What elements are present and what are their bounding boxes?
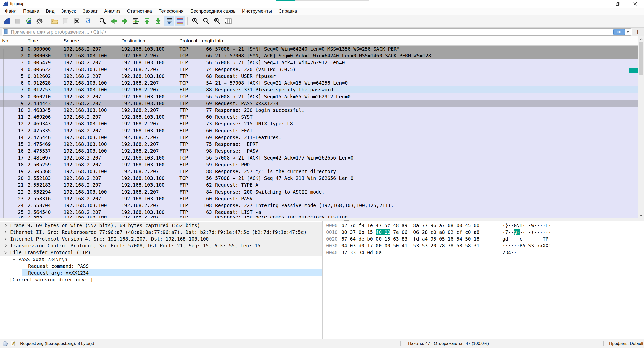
packet-row-11[interactable]: 112.469206192.168.2.207192.168.103.100FT… <box>0 114 638 120</box>
filter-dropdown-chevron-icon[interactable] <box>626 31 629 33</box>
menu-item-5[interactable]: Анализ <box>101 8 124 14</box>
capture-options-button[interactable] <box>34 16 45 26</box>
packet-row-13[interactable]: 132.475335192.168.2.207192.168.103.100FT… <box>0 127 638 134</box>
colorize-button[interactable] <box>175 16 185 26</box>
packet-row-22[interactable]: 222.552294192.168.103.100192.168.2.207FT… <box>0 188 638 195</box>
go-forward-button[interactable] <box>120 16 130 26</box>
stop-capture-button[interactable] <box>12 16 23 26</box>
packet-row-3[interactable]: 30.005479192.168.2.207192.168.103.100TCP… <box>0 59 638 66</box>
column-header-length[interactable]: Length <box>198 36 213 45</box>
expand-arrow-icon[interactable] <box>4 230 10 234</box>
packet-row-10[interactable]: 102.463345192.168.103.100192.168.2.207FT… <box>0 107 638 114</box>
detail-line-5[interactable]: PASS xxXX1234\r\n <box>0 256 322 263</box>
packet-row-16[interactable]: 162.475537192.168.103.100192.168.2.207FT… <box>0 148 638 154</box>
go-bottom-button[interactable] <box>153 16 163 26</box>
column-header-no[interactable]: No. <box>0 36 26 45</box>
column-header-info[interactable]: Info <box>213 36 638 45</box>
zoom-out-button[interactable] <box>201 16 211 26</box>
close-button[interactable] <box>626 0 644 8</box>
expert-info-icon[interactable] <box>3 341 8 346</box>
packet-row-25[interactable]: 252.564540192.168.2.207192.168.103.100FT… <box>0 209 638 216</box>
capture-comment-icon[interactable] <box>10 341 16 347</box>
packet-row-14[interactable]: 142.475446192.168.103.100192.168.2.207FT… <box>0 134 638 141</box>
packet-row-6[interactable]: 60.012628192.168.103.100192.168.2.207TCP… <box>0 80 638 86</box>
zoom-in-button[interactable] <box>190 16 200 26</box>
packet-row-23[interactable]: 232.558316192.168.2.207192.168.103.100FT… <box>0 195 638 202</box>
menu-item-8[interactable]: Беспроводная связь <box>187 8 239 14</box>
column-header-time[interactable]: Time <box>26 36 62 45</box>
menu-item-0[interactable]: Файл <box>2 8 20 14</box>
resize-columns-button[interactable] <box>223 16 234 26</box>
packet-row-7[interactable]: 70.012753192.168.103.100192.168.2.207FTP… <box>0 86 638 93</box>
packet-row-19[interactable]: 192.505368192.168.103.100192.168.2.207FT… <box>0 168 638 175</box>
packet-row-26[interactable]: 262.565192.168.103.100192.168.2.207FTPRe… <box>0 216 638 218</box>
open-file-button[interactable] <box>49 16 60 26</box>
expand-arrow-icon[interactable] <box>4 244 10 248</box>
reload-file-button[interactable] <box>83 16 93 26</box>
display-filter-box[interactable] <box>2 28 632 36</box>
scroll-down-button[interactable] <box>638 212 644 218</box>
column-header-protocol[interactable]: Protocol <box>176 36 198 45</box>
hex-row-0010[interactable]: 001000 37 0b 15 40 00 7e 06 06 28 c0 a8 … <box>326 229 644 235</box>
expand-arrow-icon[interactable] <box>4 223 10 227</box>
bookmark-icon[interactable] <box>4 29 8 35</box>
menu-item-2[interactable]: Вид <box>43 8 58 14</box>
minimize-button[interactable] <box>591 0 609 8</box>
menu-item-9[interactable]: Инструменты <box>239 8 275 14</box>
expand-arrow-icon[interactable] <box>4 237 10 241</box>
hex-row-0030[interactable]: 003004 03 d0 17 00 00 50 41 53 53 20 78 … <box>326 242 644 249</box>
maximize-button[interactable] <box>609 0 626 8</box>
menu-item-7[interactable]: Телефония <box>155 8 187 14</box>
menu-item-4[interactable]: Захват <box>79 8 101 14</box>
profile-text[interactable]: Профиль: Default <box>609 341 643 346</box>
go-to-packet-button[interactable] <box>131 16 141 26</box>
packet-row-5[interactable]: 50.012602192.168.2.207192.168.103.100FTP… <box>0 73 638 80</box>
start-capture-button[interactable] <box>1 16 12 26</box>
collapse-arrow-icon[interactable] <box>12 257 18 261</box>
detail-line-1[interactable]: Ethernet II, Src: Routerboardc_77:96:a7 … <box>0 229 322 235</box>
menu-item-1[interactable]: Правка <box>20 8 43 14</box>
packet-list-scrollbar[interactable] <box>638 36 644 218</box>
apply-filter-button[interactable] <box>613 29 625 35</box>
restart-capture-button[interactable] <box>23 16 34 26</box>
packet-row-12[interactable]: 122.469343192.168.103.100192.168.2.207FT… <box>0 120 638 127</box>
packet-row-15[interactable]: 152.475469192.168.103.100192.168.2.207FT… <box>0 141 638 148</box>
packet-row-18[interactable]: 182.505259192.168.2.207192.168.103.100FT… <box>0 161 638 168</box>
hex-row-0040[interactable]: 004032 33 34 0d 0a234·· <box>326 249 644 256</box>
detail-line-0[interactable]: Frame 9: 69 bytes on wire (552 bits), 69… <box>0 222 322 229</box>
column-header-destination[interactable]: Destination <box>120 36 176 45</box>
auto-scroll-button[interactable] <box>164 16 174 26</box>
detail-line-4[interactable]: File Transfer Protocol (FTP) <box>0 249 322 256</box>
packet-row-21[interactable]: 212.552183192.168.2.207192.168.103.100FT… <box>0 182 638 188</box>
detail-line-7[interactable]: Request arg: xxXX1234 <box>0 269 322 276</box>
hex-row-0020[interactable]: 002067 64 de b0 00 15 63 83 fd a4 95 05 … <box>326 235 644 242</box>
detail-line-8[interactable]: [Current working directory: ] <box>0 276 322 283</box>
go-back-button[interactable] <box>108 16 119 26</box>
packet-row-4[interactable]: 40.006622192.168.103.100192.168.2.207FTP… <box>0 66 638 73</box>
packet-row-17[interactable]: 172.481097192.168.2.207192.168.103.100TC… <box>0 154 638 161</box>
find-packet-button[interactable] <box>97 16 108 26</box>
packet-row-9[interactable]: 92.434443192.168.2.207192.168.103.100FTP… <box>0 100 638 107</box>
go-top-button[interactable] <box>142 16 152 26</box>
detail-line-6[interactable]: Request command: PASS <box>0 263 322 269</box>
collapse-arrow-icon[interactable] <box>4 250 10 255</box>
close-file-button[interactable] <box>71 16 82 26</box>
column-header-source[interactable]: Source <box>62 36 120 45</box>
packet-row-20[interactable]: 202.552183192.168.2.207192.168.103.100TC… <box>0 175 638 182</box>
menu-item-10[interactable]: Справка <box>275 8 300 14</box>
add-filter-button[interactable]: + <box>636 29 640 35</box>
detail-line-3[interactable]: Transmission Control Protocol, Src Port:… <box>0 242 322 249</box>
zoom-original-button[interactable] <box>212 16 222 26</box>
save-file-button[interactable] <box>60 16 71 26</box>
packet-row-8[interactable]: 80.060210192.168.2.207192.168.103.100TCP… <box>0 93 638 100</box>
display-filter-input[interactable] <box>10 29 613 35</box>
packet-row-1[interactable]: 10.000000192.168.2.207192.168.103.100TCP… <box>0 46 638 52</box>
detail-line-2[interactable]: Internet Protocol Version 4, Src: 192.16… <box>0 235 322 242</box>
scrollbar-track[interactable] <box>638 42 644 212</box>
packet-row-24[interactable]: 242.558704192.168.103.100192.168.2.207FT… <box>0 202 638 209</box>
scroll-up-button[interactable] <box>638 36 644 42</box>
packet-row-2[interactable]: 20.000030192.168.103.100192.168.2.207TCP… <box>0 52 638 59</box>
menu-item-6[interactable]: Статистика <box>124 8 155 14</box>
pane-splitter[interactable] <box>0 218 644 221</box>
scrollbar-thumb[interactable] <box>639 42 643 75</box>
